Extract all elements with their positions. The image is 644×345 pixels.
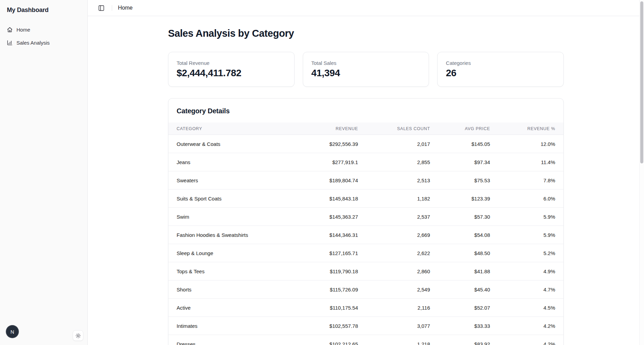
sidebar-item-label: Sales Analysis: [16, 40, 50, 46]
cell-avg-price: $75.53: [430, 177, 490, 183]
avatar[interactable]: N: [6, 325, 19, 338]
table-row: Sleep & Lounge$127,165.712,622$48.505.2%: [168, 244, 563, 262]
scrollbar-track: [639, 0, 644, 345]
sidebar-nav: Home Sales Analysis: [0, 24, 87, 48]
cell-sales-count: 2,855: [358, 159, 430, 165]
cell-revenue-pct: 5.9%: [490, 232, 555, 238]
cell-revenue-pct: 11.4%: [490, 159, 555, 165]
cell-revenue: $145,363.27: [286, 214, 358, 220]
sidebar-item-label: Home: [16, 27, 30, 33]
cell-category: Active: [177, 305, 286, 311]
cell-revenue: $145,843.18: [286, 196, 358, 202]
card-header: Category Details: [168, 99, 563, 123]
table-row: Outerwear & Coats$292,556.392,017$145.05…: [168, 135, 563, 153]
cell-revenue: $189,804.74: [286, 177, 358, 183]
cell-revenue: $102,557.78: [286, 323, 358, 329]
cell-avg-price: $83.92: [430, 341, 490, 345]
table-header-row: CATEGORY REVENUE SALES COUNT AVG PRICE R…: [168, 123, 563, 135]
cell-avg-price: $54.08: [430, 232, 490, 238]
bar-chart-icon: [7, 40, 13, 46]
cell-revenue-pct: 4.2%: [490, 341, 555, 345]
sidebar-item-home[interactable]: Home: [4, 24, 83, 35]
cell-avg-price: $48.50: [430, 250, 490, 256]
card-title: Category Details: [177, 107, 555, 115]
cell-sales-count: 2,017: [358, 141, 430, 147]
cell-revenue-pct: 4.2%: [490, 323, 555, 329]
cell-sales-count: 2,549: [358, 287, 430, 292]
table-row: Suits & Sport Coats$145,843.181,182$123.…: [168, 189, 563, 208]
column-header-revenue-pct: REVENUE %: [490, 126, 555, 131]
table-body: Outerwear & Coats$292,556.392,017$145.05…: [168, 135, 563, 345]
cell-category: Swim: [177, 214, 286, 220]
avatar-initial: N: [11, 329, 14, 335]
cell-revenue-pct: 4.5%: [490, 305, 555, 311]
cell-avg-price: $123.39: [430, 196, 490, 202]
page-title: Sales Analysis by Category: [168, 28, 564, 39]
stat-label: Total Revenue: [177, 60, 286, 66]
cell-revenue-pct: 4.9%: [490, 268, 555, 274]
cell-sales-count: 3,077: [358, 323, 430, 329]
cell-revenue-pct: 5.2%: [490, 250, 555, 256]
table-row: Tops & Tees$119,790.182,860$41.884.9%: [168, 262, 563, 280]
cell-avg-price: $33.33: [430, 323, 490, 329]
sidebar-toggle-button[interactable]: [96, 3, 106, 13]
table-row: Fashion Hoodies & Sweatshirts$144,346.31…: [168, 226, 563, 244]
stat-card-categories: Categories 26: [437, 52, 564, 87]
cell-category: Tops & Tees: [177, 268, 286, 274]
app-title: My Dashboard: [0, 0, 87, 14]
topbar: Home: [88, 0, 644, 16]
page-content: Sales Analysis by Category Total Revenue…: [88, 16, 644, 345]
column-header-sales-count: SALES COUNT: [358, 126, 430, 131]
cell-category: Jeans: [177, 159, 286, 165]
table-row: Jeans$277,919.12,855$97.3411.4%: [168, 153, 563, 171]
cell-category: Sweaters: [177, 177, 286, 183]
breadcrumb[interactable]: Home: [118, 5, 133, 11]
cell-avg-price: $97.34: [430, 159, 490, 165]
scrollbar-thumb[interactable]: [640, 1, 643, 163]
cell-avg-price: $145.05: [430, 141, 490, 147]
home-icon: [7, 27, 13, 33]
cell-revenue: $144,346.31: [286, 232, 358, 238]
stat-card-total-revenue: Total Revenue $2,444,411.782: [168, 52, 295, 87]
cell-sales-count: 2,116: [358, 305, 430, 311]
cell-revenue: $110,175.54: [286, 305, 358, 311]
cell-revenue: $277,919.1: [286, 159, 358, 165]
cell-revenue-pct: 12.0%: [490, 141, 555, 147]
column-header-category: CATEGORY: [177, 126, 286, 131]
cell-category: Shorts: [177, 287, 286, 292]
stat-label: Total Sales: [311, 60, 421, 66]
cell-revenue: $292,556.39: [286, 141, 358, 147]
sidebar: My Dashboard Home Sales Analysis N: [0, 0, 88, 345]
stat-card-total-sales: Total Sales 41,394: [303, 52, 429, 87]
cell-revenue: $115,726.09: [286, 287, 358, 292]
cell-revenue-pct: 4.7%: [490, 287, 555, 292]
sun-icon: [75, 333, 81, 338]
cell-category: Suits & Sport Coats: [177, 196, 286, 202]
cell-category: Outerwear & Coats: [177, 141, 286, 147]
cell-avg-price: $52.07: [430, 305, 490, 311]
stat-value: $2,444,411.782: [177, 68, 286, 79]
cell-sales-count: 2,622: [358, 250, 430, 256]
table-row: Shorts$115,726.092,549$45.404.7%: [168, 280, 563, 299]
sidebar-item-sales-analysis[interactable]: Sales Analysis: [4, 37, 83, 48]
cell-sales-count: 2,513: [358, 177, 430, 183]
cell-sales-count: 1,182: [358, 196, 430, 202]
cell-revenue: $102,212.65: [286, 341, 358, 345]
stats-row: Total Revenue $2,444,411.782 Total Sales…: [168, 52, 564, 87]
table-row: Swim$145,363.272,537$57.305.9%: [168, 208, 563, 226]
table-row: Active$110,175.542,116$52.074.5%: [168, 299, 563, 317]
cell-avg-price: $45.40: [430, 287, 490, 292]
cell-avg-price: $57.30: [430, 214, 490, 220]
main-area: Home Sales Analysis by Category Total Re…: [88, 0, 644, 345]
cell-revenue: $119,790.18: [286, 268, 358, 274]
stat-label: Categories: [446, 60, 555, 66]
column-header-avg-price: AVG PRICE: [430, 126, 490, 131]
cell-category: Intimates: [177, 323, 286, 329]
stat-value: 26: [446, 68, 555, 79]
theme-toggle-button[interactable]: [73, 330, 83, 341]
topbar-divider: [112, 5, 112, 11]
stat-value: 41,394: [311, 68, 421, 79]
cell-sales-count: 2,860: [358, 268, 430, 274]
column-header-revenue: REVENUE: [286, 126, 358, 131]
cell-sales-count: 1,218: [358, 341, 430, 345]
